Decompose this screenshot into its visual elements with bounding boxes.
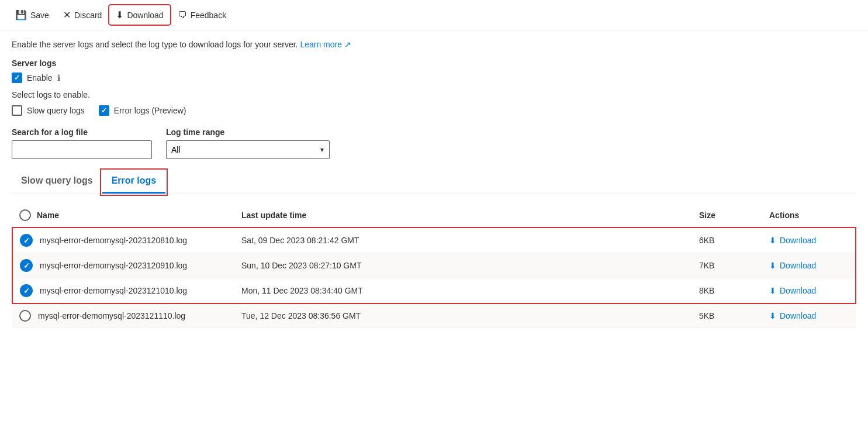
select-all-radio[interactable] <box>19 209 31 221</box>
time-range-wrapper: All Last 1 hour Last 6 hours Last 12 hou… <box>166 140 330 159</box>
size-cell: 7KB <box>692 253 762 278</box>
actions-cell: ⬇Download <box>762 278 856 304</box>
row-download-button[interactable]: ⬇Download <box>769 286 816 295</box>
time-range-select[interactable]: All Last 1 hour Last 6 hours Last 12 hou… <box>166 140 330 159</box>
time-cell: Sat, 09 Dec 2023 08:21:42 GMT <box>234 227 692 253</box>
name-cell: mysql-error-demomysql-2023121110.log <box>12 304 234 328</box>
error-logs-label: Error logs (Preview) <box>114 106 186 115</box>
slow-query-label: Slow query logs <box>27 106 85 115</box>
slow-query-item: Slow query logs <box>12 105 85 116</box>
log-file-name: mysql-error-demomysql-2023120810.log <box>40 236 187 245</box>
checkmark-icon: ✓ <box>23 236 30 245</box>
log-files-table: Name Last update time Size Actions ✓mysq… <box>12 204 856 328</box>
save-button[interactable]: 💾 Save <box>9 6 55 24</box>
enable-checkmark: ✓ <box>14 74 20 82</box>
feedback-button[interactable]: 🗨 Feedback <box>172 6 232 24</box>
row-selector[interactable]: ✓ <box>20 259 33 272</box>
row-selector[interactable] <box>19 310 31 322</box>
row-selector[interactable]: ✓ <box>20 234 33 247</box>
error-logs-checkbox[interactable]: ✓ <box>99 105 109 116</box>
row-download-button[interactable]: ⬇Download <box>769 236 816 245</box>
size-cell: 8KB <box>692 278 762 304</box>
row-download-button[interactable]: ⬇Download <box>769 261 816 270</box>
info-icon[interactable]: ℹ <box>57 73 60 82</box>
enable-checkbox[interactable]: ✓ <box>12 73 22 83</box>
description-text: Enable the server logs and select the lo… <box>12 40 856 49</box>
table-section: Name Last update time Size Actions ✓mysq… <box>12 204 856 328</box>
save-label: Save <box>30 11 49 20</box>
learn-more-link[interactable]: Learn more ↗ <box>300 40 351 49</box>
server-logs-label: Server logs <box>12 58 856 68</box>
row-download-button[interactable]: ⬇Download <box>769 311 816 320</box>
name-cell: ✓mysql-error-demomysql-2023121010.log <box>12 278 234 304</box>
search-label: Search for a log file <box>12 127 152 137</box>
discard-icon: ✕ <box>63 9 71 20</box>
save-icon: 💾 <box>15 9 27 20</box>
actions-cell: ⬇Download <box>762 227 856 253</box>
log-file-name: mysql-error-demomysql-2023121110.log <box>38 311 185 320</box>
feedback-label: Feedback <box>191 11 226 20</box>
search-filter-row: Search for a log file Log time range All… <box>12 127 856 159</box>
download-button[interactable]: ⬇ Download <box>110 6 169 24</box>
log-file-name: mysql-error-demomysql-2023121010.log <box>40 286 187 295</box>
main-content: Enable the server logs and select the lo… <box>0 30 868 337</box>
toolbar: 💾 Save ✕ Discard ⬇ Download 🗨 Feedback <box>0 0 868 30</box>
checkmark-icon: ✓ <box>23 261 30 270</box>
feedback-icon: 🗨 <box>178 10 187 20</box>
download-label: Download <box>780 261 816 270</box>
error-logs-item: ✓ Error logs (Preview) <box>99 105 186 116</box>
col-header-time: Last update time <box>234 204 692 227</box>
download-icon: ⬇ <box>769 286 776 295</box>
slow-query-checkbox[interactable] <box>12 105 22 116</box>
enable-label: Enable <box>27 73 53 82</box>
download-label: Download <box>780 286 816 295</box>
search-input[interactable] <box>12 140 152 159</box>
table-body: ✓mysql-error-demomysql-2023120810.logSat… <box>12 227 856 328</box>
table-row: ✓mysql-error-demomysql-2023120910.logSun… <box>12 253 856 278</box>
tabs-row: Slow query logs Error logs <box>12 171 856 194</box>
time-range-label: Log time range <box>166 127 330 137</box>
description-static: Enable the server logs and select the lo… <box>12 40 298 49</box>
time-cell: Mon, 11 Dec 2023 08:34:40 GMT <box>234 278 692 304</box>
discard-button[interactable]: ✕ Discard <box>57 6 108 24</box>
enable-row: ✓ Enable ℹ <box>12 73 856 83</box>
download-icon: ⬇ <box>769 261 776 270</box>
table-header: Name Last update time Size Actions <box>12 204 856 227</box>
row-selector[interactable]: ✓ <box>20 284 33 297</box>
download-icon: ⬇ <box>769 311 776 320</box>
error-logs-checkmark: ✓ <box>101 106 107 115</box>
download-label: Download <box>780 236 816 245</box>
time-cell: Tue, 12 Dec 2023 08:36:56 GMT <box>234 304 692 328</box>
col-header-name: Name <box>12 204 234 227</box>
log-file-name: mysql-error-demomysql-2023120910.log <box>40 261 187 270</box>
external-link-icon: ↗ <box>344 40 351 49</box>
download-label: Download <box>780 311 816 320</box>
table-row: mysql-error-demomysql-2023121110.logTue,… <box>12 304 856 328</box>
checkmark-icon: ✓ <box>23 287 30 295</box>
tab-error-logs[interactable]: Error logs <box>102 171 165 194</box>
download-label: Download <box>127 11 163 20</box>
download-icon: ⬇ <box>769 236 776 245</box>
name-cell: ✓mysql-error-demomysql-2023120910.log <box>12 253 234 278</box>
size-cell: 6KB <box>692 227 762 253</box>
actions-cell: ⬇Download <box>762 253 856 278</box>
log-type-row: Slow query logs ✓ Error logs (Preview) <box>12 105 856 116</box>
name-cell: ✓mysql-error-demomysql-2023120810.log <box>12 227 234 253</box>
table-row: ✓mysql-error-demomysql-2023121010.logMon… <box>12 278 856 304</box>
time-range-field-group: Log time range All Last 1 hour Last 6 ho… <box>166 127 330 159</box>
download-icon: ⬇ <box>116 9 123 20</box>
select-logs-label: Select logs to enable. <box>12 90 856 99</box>
tab-slow-query[interactable]: Slow query logs <box>12 171 102 194</box>
discard-label: Discard <box>74 11 102 20</box>
col-header-size: Size <box>692 204 762 227</box>
actions-cell: ⬇Download <box>762 304 856 328</box>
table-row: ✓mysql-error-demomysql-2023120810.logSat… <box>12 227 856 253</box>
search-field-group: Search for a log file <box>12 127 152 159</box>
size-cell: 5KB <box>692 304 762 328</box>
time-cell: Sun, 10 Dec 2023 08:27:10 GMT <box>234 253 692 278</box>
col-header-actions: Actions <box>762 204 856 227</box>
